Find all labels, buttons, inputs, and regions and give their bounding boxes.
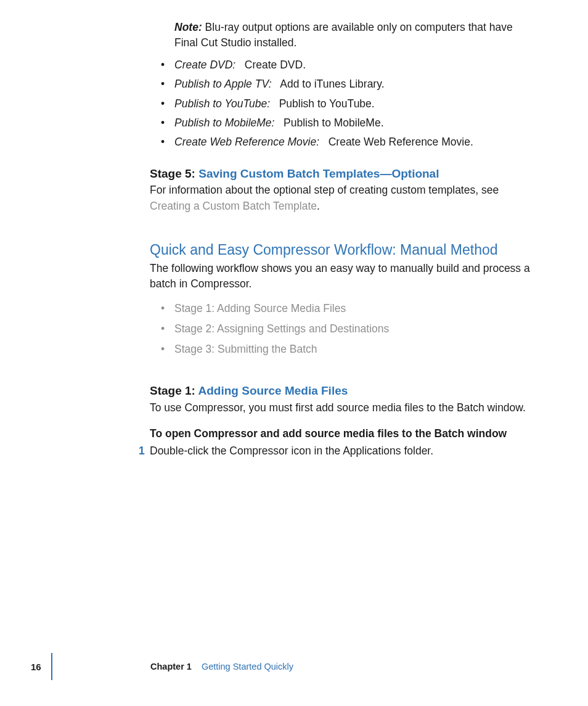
stage-title: Saving Custom Batch Templates—Optional [198, 167, 439, 180]
list-item: Publish to Apple TV: Add to iTunes Libra… [161, 76, 535, 92]
note-label: Note: [174, 21, 202, 33]
stage-prefix: Stage 1: [150, 384, 198, 397]
section-paragraph: The following workflow shows you an easy… [150, 261, 535, 292]
item-desc: Create Web Reference Movie. [329, 136, 473, 148]
step-text: Double-click the Compressor icon in the … [150, 445, 433, 457]
stage-5-heading: Stage 5: Saving Custom Batch Templates—O… [150, 166, 535, 182]
stage-1-paragraph: To use Compressor, you must first add so… [150, 400, 535, 416]
batch-output-list: Create DVD: Create DVD. Publish to Apple… [161, 57, 535, 150]
item-desc: Publish to YouTube. [279, 97, 375, 110]
item-label: Publish to YouTube: [174, 97, 270, 110]
para-text-before: For information about the optional step … [150, 184, 499, 196]
task-heading: To open Compressor and add source media … [150, 426, 535, 441]
note-block: Note: Blu-ray output options are availab… [174, 20, 535, 51]
stage-link-list: Stage 1: Adding Source Media Files Stage… [161, 301, 535, 358]
footer-chapter: Chapter 1 Getting Started Quickly [150, 662, 293, 671]
list-item: Create DVD: Create DVD. [161, 57, 535, 73]
item-label: Create DVD: [174, 59, 235, 71]
stage-link[interactable]: Stage 1: Adding Source Media Files [161, 301, 535, 316]
step-row: 1 Double-click the Compressor icon in th… [150, 443, 535, 459]
xref-link[interactable]: Creating a Custom Batch Template [150, 200, 317, 212]
document-page: Note: Blu-ray output options are availab… [0, 0, 588, 706]
list-item: Publish to MobileMe: Publish to MobileMe… [161, 115, 535, 131]
item-label: Publish to MobileMe: [174, 117, 274, 129]
item-label: Create Web Reference Movie: [174, 136, 319, 148]
page-number: 16 [31, 662, 41, 672]
footer-rule [51, 653, 52, 680]
note-text: Blu-ray output options are available onl… [174, 21, 513, 49]
page-footer: 16 Chapter 1 Getting Started Quickly [0, 662, 588, 679]
item-desc: Publish to MobileMe. [284, 117, 383, 129]
stage-link[interactable]: Stage 3: Submitting the Batch [161, 342, 535, 357]
stage-prefix: Stage 5: [150, 167, 198, 180]
list-item: Publish to YouTube: Publish to YouTube. [161, 96, 535, 112]
item-desc: Create DVD. [245, 59, 306, 71]
step-number: 1 [139, 443, 145, 459]
item-desc: Add to iTunes Library. [280, 78, 384, 90]
section-heading: Quick and Easy Compressor Workflow: Manu… [150, 241, 535, 260]
chapter-label: Chapter 1 [150, 662, 192, 671]
stage-5-paragraph: For information about the optional step … [150, 183, 535, 214]
item-label: Publish to Apple TV: [174, 78, 272, 90]
main-content: Note: Blu-ray output options are availab… [150, 20, 535, 459]
list-item: Create Web Reference Movie: Create Web R… [161, 134, 535, 150]
stage-1-heading: Stage 1: Adding Source Media Files [150, 382, 535, 400]
chapter-title: Getting Started Quickly [202, 662, 293, 671]
stage-title: Adding Source Media Files [198, 384, 348, 397]
para-text-after: . [317, 200, 320, 212]
stage-link[interactable]: Stage 2: Assigning Settings and Destinat… [161, 321, 535, 337]
